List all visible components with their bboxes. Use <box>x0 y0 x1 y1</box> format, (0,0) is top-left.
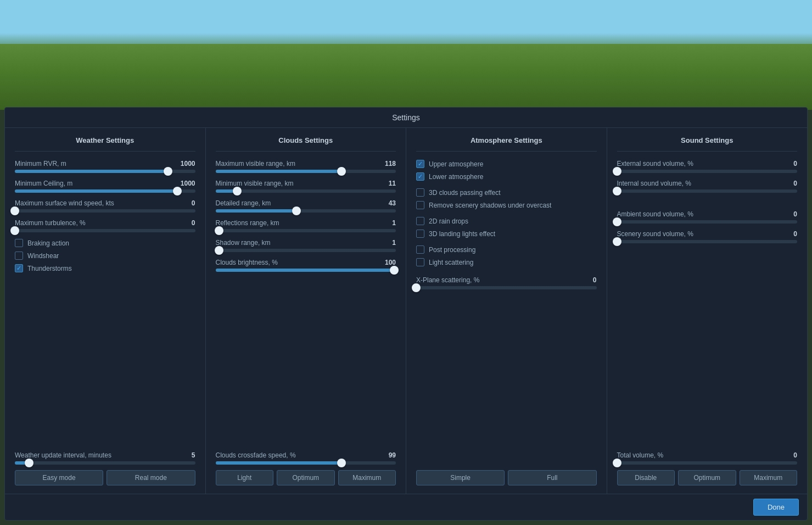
internal-sound-value: 0 <box>793 180 797 187</box>
remove-shadows-checkbox[interactable] <box>416 201 424 209</box>
windshear-checkbox[interactable] <box>15 252 23 260</box>
rain-2d-label: 2D rain drops <box>429 217 468 225</box>
max-visible-value: 118 <box>385 160 396 167</box>
easy-mode-button[interactable]: Easy mode <box>15 470 103 485</box>
lower-atmosphere-row[interactable]: Lower atmosphere <box>416 172 597 181</box>
atmosphere-footer: Simple Full <box>416 465 597 485</box>
sound-footer: Total volume, % 0 Disable Optimum Maximu… <box>617 446 798 485</box>
thunderstorms-row[interactable]: Thunderstorms <box>15 264 195 272</box>
sound-optimum-button[interactable]: Optimum <box>678 470 736 485</box>
clouds-3d-checkbox[interactable] <box>416 188 424 197</box>
min-rvr-slider[interactable] <box>15 170 195 173</box>
sound-buttons: Disable Optimum Maximum <box>617 470 798 485</box>
brightness-value: 100 <box>385 259 396 266</box>
light-scattering-row[interactable]: Light scattering <box>416 258 597 266</box>
min-visible-value: 11 <box>389 180 396 187</box>
min-rvr-setting: Minimum RVR, m 1000 <box>15 160 195 173</box>
max-visible-slider[interactable] <box>216 170 396 173</box>
crossfade-label: Clouds crossfade speed, % <box>216 451 296 459</box>
rain-2d-row[interactable]: 2D rain drops <box>416 217 597 225</box>
atmosphere-buttons: Simple Full <box>416 470 597 485</box>
max-turbulence-label: Maximum turbulence, % <box>15 219 86 227</box>
light-scattering-checkbox[interactable] <box>416 258 424 266</box>
detailed-range-setting: Detailed range, km 43 <box>216 199 396 213</box>
weather-buttons: Easy mode Real mode <box>15 470 195 485</box>
weather-panel: Weather Settings Minimum RVR, m 1000 Min… <box>5 128 206 494</box>
simple-button[interactable]: Simple <box>416 470 505 485</box>
max-wind-value: 0 <box>192 199 195 207</box>
braking-action-row[interactable]: Braking action <box>15 239 195 247</box>
weather-panel-title: Weather Settings <box>15 136 195 152</box>
title-text: Settings <box>392 113 420 122</box>
disable-button[interactable]: Disable <box>617 470 675 485</box>
crossfade-slider[interactable] <box>216 461 396 465</box>
update-interval-setting: Weather update interval, minutes 5 <box>15 451 195 465</box>
xplane-label: X-Plane scattering, % <box>416 276 479 284</box>
xplane-value: 0 <box>593 276 597 284</box>
brightness-setting: Clouds brightness, % 100 <box>216 259 396 272</box>
xplane-slider[interactable] <box>416 286 597 289</box>
remove-shadows-row[interactable]: Remove scenery shadows under overcast <box>416 201 597 209</box>
optimum-button[interactable]: Optimum <box>277 470 335 485</box>
min-rvr-label: Minimum RVR, m <box>15 160 66 167</box>
internal-sound-setting: Internal sound volume, % 0 <box>617 180 798 193</box>
max-wind-setting: Maximum surface wind speed, kts 0 <box>15 199 195 213</box>
braking-action-checkbox[interactable] <box>15 239 23 247</box>
landing-lights-checkbox[interactable] <box>416 230 424 238</box>
clouds-buttons: Light Optimum Maximum <box>216 470 396 485</box>
reflections-slider[interactable] <box>216 229 396 232</box>
rain-2d-checkbox[interactable] <box>416 217 424 225</box>
detailed-range-slider[interactable] <box>216 209 396 213</box>
min-ceiling-slider[interactable] <box>15 189 195 193</box>
max-turbulence-setting: Maximum turbulence, % 0 <box>15 219 195 232</box>
min-visible-slider[interactable] <box>216 189 396 193</box>
clouds-3d-row[interactable]: 3D clouds passing effect <box>416 188 597 197</box>
atmosphere-panel: Atmosphere Settings Upper atmosphere Low… <box>406 128 607 494</box>
brightness-slider[interactable] <box>216 269 396 272</box>
dialog-footer: Done <box>5 494 807 520</box>
post-processing-checkbox[interactable] <box>416 245 424 254</box>
upper-atmosphere-label: Upper atmosphere <box>429 160 483 168</box>
post-processing-row[interactable]: Post processing <box>416 245 597 254</box>
max-turbulence-value: 0 <box>192 219 195 227</box>
sound-maximum-button[interactable]: Maximum <box>740 470 798 485</box>
total-volume-slider[interactable] <box>617 461 798 465</box>
reflections-label: Reflections range, km <box>216 219 279 227</box>
sound-panel-title: Sound Settings <box>617 136 798 152</box>
thunderstorms-checkbox[interactable] <box>15 264 23 272</box>
xplane-setting: X-Plane scattering, % 0 <box>416 276 597 289</box>
clouds-3d-label: 3D clouds passing effect <box>429 189 501 197</box>
min-rvr-value: 1000 <box>181 160 195 167</box>
full-button[interactable]: Full <box>508 470 596 485</box>
landing-lights-row[interactable]: 3D landing lights effect <box>416 230 597 238</box>
real-mode-button[interactable]: Real mode <box>107 470 195 485</box>
done-button[interactable]: Done <box>753 499 799 516</box>
min-ceiling-value: 1000 <box>181 180 195 187</box>
ambient-sound-slider[interactable] <box>617 220 798 224</box>
upper-atmosphere-checkbox[interactable] <box>416 160 424 168</box>
maximum-button[interactable]: Maximum <box>338 470 396 485</box>
windshear-row[interactable]: Windshear <box>15 252 195 260</box>
brightness-label: Clouds brightness, % <box>216 259 278 266</box>
crossfade-setting: Clouds crossfade speed, % 99 <box>216 451 396 465</box>
settings-dialog: Settings Weather Settings Minimum RVR, m… <box>4 107 808 521</box>
max-turbulence-slider[interactable] <box>15 229 195 232</box>
lower-atmosphere-checkbox[interactable] <box>416 172 424 181</box>
total-volume-value: 0 <box>793 451 797 459</box>
max-wind-slider[interactable] <box>15 209 195 213</box>
clouds-footer: Clouds crossfade speed, % 99 Light Optim… <box>216 446 396 485</box>
clouds-panel-title: Clouds Settings <box>216 136 396 152</box>
update-interval-slider[interactable] <box>15 461 195 465</box>
external-sound-slider[interactable] <box>617 170 798 173</box>
internal-sound-label: Internal sound volume, % <box>617 180 691 187</box>
ambient-sound-label: Ambient sound volume, % <box>617 210 693 218</box>
light-button[interactable]: Light <box>216 470 274 485</box>
dialog-body: Weather Settings Minimum RVR, m 1000 Min… <box>5 128 807 494</box>
shadow-range-slider[interactable] <box>216 249 396 252</box>
total-volume-label: Total volume, % <box>617 451 664 459</box>
shadow-range-label: Shadow range, km <box>216 239 271 247</box>
internal-sound-slider[interactable] <box>617 189 798 193</box>
lower-atmosphere-label: Lower atmosphere <box>429 173 483 181</box>
upper-atmosphere-row[interactable]: Upper atmosphere <box>416 160 597 168</box>
scenery-sound-slider[interactable] <box>617 240 798 243</box>
